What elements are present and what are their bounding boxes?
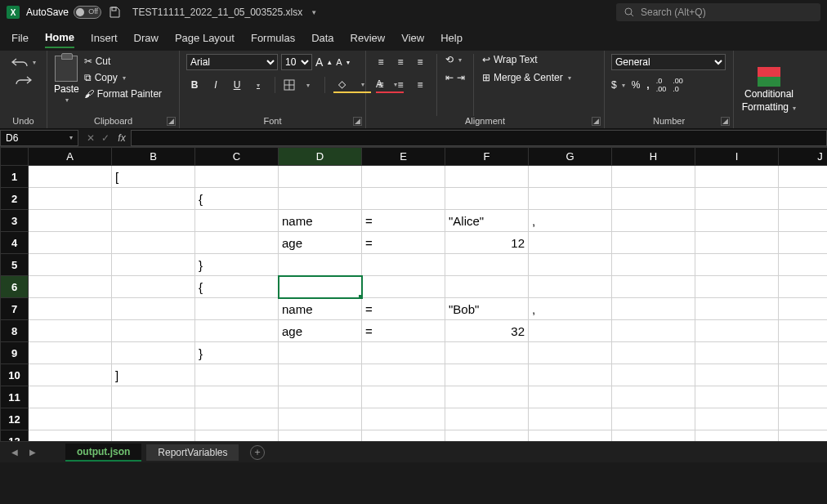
- cell-B7[interactable]: [112, 298, 195, 320]
- row-header-6[interactable]: 6: [1, 276, 29, 298]
- decrease-decimal-button[interactable]: .00.0: [673, 77, 683, 93]
- tab-file[interactable]: File: [11, 29, 29, 47]
- col-header-I[interactable]: I: [695, 148, 779, 166]
- cell-I2[interactable]: [695, 188, 779, 210]
- cell-F5[interactable]: [445, 254, 529, 276]
- align-center-button[interactable]: ≡: [392, 77, 409, 93]
- cell-J8[interactable]: [779, 320, 828, 342]
- orientation-button[interactable]: ⟲▾: [445, 54, 462, 65]
- cell-D13[interactable]: [279, 430, 362, 442]
- cell-A1[interactable]: [29, 166, 112, 188]
- italic-button[interactable]: I: [208, 77, 224, 93]
- cell-E13[interactable]: [362, 430, 445, 442]
- cell-G5[interactable]: [529, 254, 612, 276]
- increase-indent-button[interactable]: ⇥: [457, 72, 465, 83]
- cell-D12[interactable]: [279, 408, 362, 430]
- font-size-select[interactable]: 10: [281, 54, 312, 70]
- undo-button[interactable]: ▾: [11, 57, 36, 67]
- bold-button[interactable]: B: [186, 77, 203, 93]
- cell-B11[interactable]: [112, 386, 195, 408]
- cell-J9[interactable]: [779, 342, 828, 364]
- sheet-tab-output-json[interactable]: output.json: [65, 444, 141, 462]
- cell-G4[interactable]: [529, 232, 612, 254]
- autosave-toggle[interactable]: Off: [74, 6, 101, 19]
- borders-button[interactable]: ▾: [284, 77, 316, 93]
- cell-I12[interactable]: [695, 408, 779, 430]
- cell-I3[interactable]: [695, 210, 779, 232]
- col-header-H[interactable]: H: [612, 148, 695, 166]
- tab-formulas[interactable]: Formulas: [251, 29, 295, 47]
- cell-J11[interactable]: [779, 386, 828, 408]
- cell-C13[interactable]: [195, 430, 279, 442]
- decrease-font-button[interactable]: A▼: [336, 57, 351, 67]
- col-header-J[interactable]: J: [779, 148, 828, 166]
- cell-J5[interactable]: [779, 254, 828, 276]
- tab-draw[interactable]: Draw: [134, 29, 159, 47]
- tab-page-layout[interactable]: Page Layout: [175, 29, 235, 47]
- name-box[interactable]: D6▾: [0, 130, 78, 146]
- cell-B3[interactable]: [112, 210, 195, 232]
- formula-input[interactable]: [131, 130, 827, 146]
- cell-G2[interactable]: [529, 188, 612, 210]
- currency-button[interactable]: $▾: [611, 79, 625, 91]
- row-header-7[interactable]: 7: [1, 298, 29, 320]
- cell-F2[interactable]: [445, 188, 529, 210]
- worksheet-grid[interactable]: ABCDEFGHIJ1[2{3name="Alice",4age=125}6{7…: [0, 147, 827, 441]
- cell-H7[interactable]: [612, 298, 695, 320]
- cell-C9[interactable]: }: [195, 342, 279, 364]
- cell-B8[interactable]: [112, 320, 195, 342]
- cell-H9[interactable]: [612, 342, 695, 364]
- cell-E4[interactable]: =: [362, 232, 445, 254]
- cell-H4[interactable]: [612, 232, 695, 254]
- cell-A6[interactable]: [29, 276, 112, 298]
- align-middle-button[interactable]: ≡: [392, 54, 409, 70]
- save-icon[interactable]: [108, 6, 121, 19]
- row-header-12[interactable]: 12: [1, 408, 29, 430]
- copy-button[interactable]: ⧉Copy▾: [84, 72, 162, 83]
- row-header-4[interactable]: 4: [1, 232, 29, 254]
- cell-H1[interactable]: [612, 166, 695, 188]
- cell-G8[interactable]: [529, 320, 612, 342]
- paste-button[interactable]: Paste ▾: [54, 54, 79, 104]
- increase-decimal-button[interactable]: .0.00: [656, 77, 667, 93]
- percent-button[interactable]: %: [632, 79, 641, 91]
- cell-F8[interactable]: 32: [445, 320, 529, 342]
- underline-button[interactable]: U▾: [229, 77, 266, 93]
- cell-I6[interactable]: [695, 276, 779, 298]
- cell-G3[interactable]: ,: [529, 210, 612, 232]
- cell-J2[interactable]: [779, 188, 828, 210]
- cell-I1[interactable]: [695, 166, 779, 188]
- cell-C6[interactable]: {: [195, 276, 279, 298]
- font-name-select[interactable]: Arial: [186, 54, 278, 70]
- cell-E10[interactable]: [362, 364, 445, 386]
- cell-B4[interactable]: [112, 232, 195, 254]
- col-header-C[interactable]: C: [195, 148, 279, 166]
- decrease-indent-button[interactable]: ⇤: [445, 72, 454, 83]
- cell-C1[interactable]: [195, 166, 279, 188]
- cell-A3[interactable]: [29, 210, 112, 232]
- cell-C4[interactable]: [195, 232, 279, 254]
- cell-B13[interactable]: [112, 430, 195, 442]
- row-header-2[interactable]: 2: [1, 188, 29, 210]
- filename[interactable]: TEST11111_2022_11_05_003525.xlsx: [132, 7, 302, 18]
- cell-B2[interactable]: [112, 188, 195, 210]
- row-header-11[interactable]: 11: [1, 386, 29, 408]
- cell-E7[interactable]: =: [362, 298, 445, 320]
- merge-center-button[interactable]: ⊞Merge & Center▾: [482, 72, 571, 83]
- cell-F10[interactable]: [445, 364, 529, 386]
- cell-J1[interactable]: [779, 166, 828, 188]
- col-header-F[interactable]: F: [445, 148, 529, 166]
- cell-B9[interactable]: [112, 342, 195, 364]
- cell-D3[interactable]: name: [279, 210, 362, 232]
- cell-I5[interactable]: [695, 254, 779, 276]
- cell-C11[interactable]: [195, 386, 279, 408]
- cell-G6[interactable]: [529, 276, 612, 298]
- cell-H10[interactable]: [612, 364, 695, 386]
- cell-J3[interactable]: [779, 210, 828, 232]
- cell-H13[interactable]: [612, 430, 695, 442]
- cell-F9[interactable]: [445, 342, 529, 364]
- cell-G13[interactable]: [529, 430, 612, 442]
- conditional-formatting-button[interactable]: Conditional Formatting ▾: [734, 51, 804, 128]
- cell-I11[interactable]: [695, 386, 779, 408]
- cell-H12[interactable]: [612, 408, 695, 430]
